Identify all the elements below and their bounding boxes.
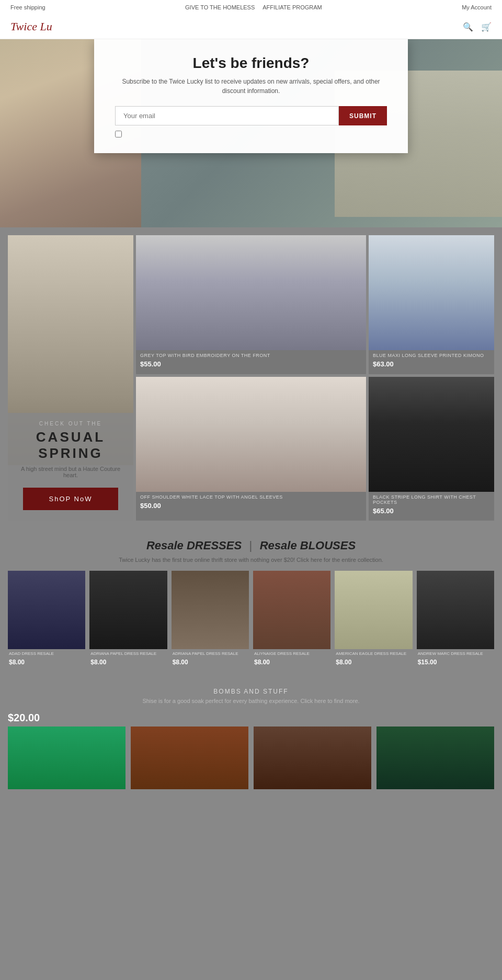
- newsletter-form: SUBMIT: [115, 106, 387, 125]
- affiliate-link[interactable]: AFFILIATE PROGRAM: [263, 4, 322, 10]
- bombs-grid: $20.00: [8, 712, 494, 789]
- resale-image-4: [335, 571, 412, 649]
- product-card-white-lace[interactable]: OFF SHOULDER WHITE LACE TOP WITH ANGEL S…: [136, 377, 366, 521]
- bomb-item-1[interactable]: [131, 727, 248, 789]
- product-title-white-lace: OFF SHOULDER WHITE LACE TOP WITH ANGEL S…: [136, 492, 366, 501]
- product-card-blue-kimono[interactable]: BLUE MAXI LONG SLEEVE PRINTED KIMONO $63…: [369, 235, 494, 374]
- featured-products-grid: GREY TOP WITH BIRD EMBROIDERY ON THE FRO…: [8, 235, 494, 521]
- site-header: Twice Lu 🔍 🛒: [0, 15, 502, 39]
- resale-image-1: [89, 571, 167, 649]
- bomb-item-2[interactable]: [254, 727, 371, 789]
- bomb-price-display: $20.00: [8, 712, 126, 789]
- resale-product-2[interactable]: ADRIANA PAPEL DRESS RESALE $8.00: [172, 571, 249, 667]
- resale-title-dresses[interactable]: Resale DRESSES: [146, 539, 242, 552]
- bomb-image-2: [254, 727, 371, 789]
- resale-image-3: [253, 571, 330, 649]
- newsletter-submit-button[interactable]: SUBMIT: [339, 106, 387, 125]
- resale-product-0[interactable]: ADAD DRESS RESALE $8.00: [8, 571, 85, 667]
- center-promo: CHECK OUT THE CASUAL SPRING A high stree…: [8, 235, 133, 521]
- main-products-section: GREY TOP WITH BIRD EMBROIDERY ON THE FRO…: [0, 227, 502, 528]
- hero-section: Let's be friends? Subscribe to the Twice…: [0, 39, 502, 227]
- resale-description: Twice Lucky has the first true online th…: [8, 557, 494, 563]
- product-price-black-shirt: $65.00: [369, 506, 494, 519]
- product-price-blue-kimono: $63.00: [369, 359, 494, 372]
- resale-price-0: $8.00: [8, 658, 85, 667]
- resale-product-4[interactable]: AMERICAN EAGLE DRESS RESALE $8.00: [335, 571, 412, 667]
- product-image-white-lace: [136, 377, 366, 492]
- resale-price-4: $8.00: [335, 658, 412, 667]
- product-card-black-shirt[interactable]: BLACK STRIPE LONG SHIRT WITH CHEST POCKE…: [369, 377, 494, 521]
- bomb-price: $20.00: [8, 712, 40, 724]
- product-title-blue-kimono: BLUE MAXI LONG SLEEVE PRINTED KIMONO: [369, 350, 494, 359]
- product-title-black-shirt: BLACK STRIPE LONG SHIRT WITH CHEST POCKE…: [369, 492, 494, 506]
- product-image-black-shirt: [369, 377, 494, 492]
- product-price-white-lace: $50.00: [136, 501, 366, 514]
- top-nav: GIVE TO THE HOMELESS AFFILIATE PROGRAM: [185, 4, 322, 10]
- newsletter-modal: Let's be friends? Subscribe to the Twice…: [94, 39, 408, 153]
- newsletter-email-input[interactable]: [115, 106, 339, 125]
- bomb-image-3: [376, 727, 494, 789]
- top-bar: Free shipping GIVE TO THE HOMELESS AFFIL…: [0, 0, 502, 15]
- resale-image-5: [417, 571, 494, 649]
- bombs-section: BOMBS AND STUFF Shise is for a good soak…: [0, 677, 502, 800]
- search-icon[interactable]: 🔍: [463, 22, 473, 32]
- newsletter-subtitle: Subscribe to the Twice Lucky list to rec…: [115, 77, 387, 96]
- promo-title: CASUAL SPRING: [13, 429, 128, 462]
- free-shipping-text: Free shipping: [10, 4, 45, 10]
- bomb-image-0[interactable]: [8, 727, 126, 789]
- resale-price-5: $15.00: [417, 658, 494, 667]
- resale-name-1: ADRIANA PAPEL DRESS RESALE: [89, 649, 167, 658]
- resale-price-1: $8.00: [89, 658, 167, 667]
- resale-section: Resale DRESSES | Resale BLOUSES Twice Lu…: [0, 528, 502, 677]
- newsletter-title: Let's be friends?: [115, 55, 387, 72]
- product-card-grey-top[interactable]: GREY TOP WITH BIRD EMBROIDERY ON THE FRO…: [136, 235, 366, 374]
- site-logo[interactable]: Twice Lu: [10, 20, 52, 33]
- resale-image-2: [172, 571, 249, 649]
- product-image-blue-kimono: [369, 235, 494, 350]
- resale-name-0: ADAD DRESS RESALE: [8, 649, 85, 658]
- resale-name-3: ALIYNAIGE DRESS RESALE: [253, 649, 330, 658]
- header-icons: 🔍 🛒: [463, 22, 492, 32]
- resale-separator: |: [249, 539, 253, 552]
- resale-product-5[interactable]: ANDREW MARC DRESS RESALE $15.00: [417, 571, 494, 667]
- bomb-item-3[interactable]: [376, 727, 494, 789]
- bomb-image-1: [131, 727, 248, 789]
- resale-title-blouses[interactable]: Resale BLOUSES: [260, 539, 356, 552]
- bombs-description: Shise is for a good soak perfect for eve…: [8, 698, 494, 704]
- give-homeless-link[interactable]: GIVE TO THE HOMELESS: [185, 4, 255, 10]
- promo-description: A high street mind but a Haute Couture h…: [18, 466, 123, 478]
- product-price-grey-top: $55.00: [136, 359, 366, 372]
- product-title-grey-top: GREY TOP WITH BIRD EMBROIDERY ON THE FRO…: [136, 350, 366, 359]
- my-account-link[interactable]: My Account: [462, 4, 492, 10]
- newsletter-checkbox-area: [115, 131, 387, 137]
- newsletter-checkbox[interactable]: [115, 131, 122, 137]
- bombs-title: BOMBS AND STUFF: [8, 688, 494, 695]
- resale-image-0: [8, 571, 85, 649]
- resale-products-grid: ADAD DRESS RESALE $8.00 ADRIANA PAPEL DR…: [8, 571, 494, 667]
- resale-name-4: AMERICAN EAGLE DRESS RESALE: [335, 649, 412, 658]
- resale-price-3: $8.00: [253, 658, 330, 667]
- product-image-grey-top: [136, 235, 366, 350]
- resale-product-1[interactable]: ADRIANA PAPEL DRESS RESALE $8.00: [89, 571, 167, 667]
- resale-name-5: ANDREW MARC DRESS RESALE: [417, 649, 494, 658]
- promo-pre-title: CHECK OUT THE: [13, 421, 128, 426]
- resale-price-2: $8.00: [172, 658, 249, 667]
- resale-product-3[interactable]: ALIYNAIGE DRESS RESALE $8.00: [253, 571, 330, 667]
- resale-name-2: ADRIANA PAPEL DRESS RESALE: [172, 649, 249, 658]
- resale-header: Resale DRESSES | Resale BLOUSES: [8, 539, 494, 552]
- shop-now-button[interactable]: ShOP NoW: [23, 488, 119, 510]
- cart-icon[interactable]: 🛒: [481, 22, 492, 32]
